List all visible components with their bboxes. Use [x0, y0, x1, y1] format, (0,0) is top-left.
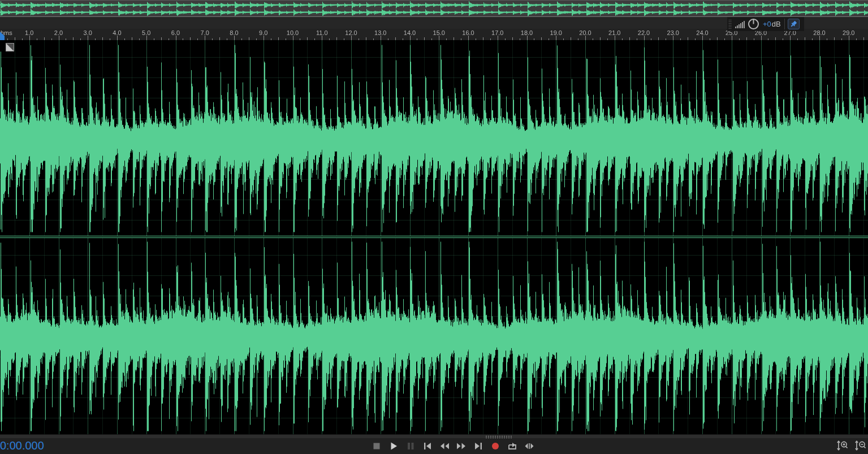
waveform-display-canvas[interactable] — [0, 40, 868, 434]
panel-splitter[interactable] — [0, 434, 868, 438]
ruler-label: 24.0 — [696, 29, 708, 36]
ruler-label: 9.0 — [259, 29, 267, 36]
ruler-label: 7.0 — [201, 29, 209, 36]
loop-icon — [507, 440, 518, 452]
volume-knob-icon[interactable] — [748, 18, 759, 30]
ruler-label: 14.0 — [404, 29, 416, 36]
play-icon — [388, 440, 399, 452]
pause-button — [404, 440, 417, 452]
pause-icon — [405, 440, 416, 452]
skip-selection-icon — [524, 440, 535, 452]
level-meter-icon — [735, 20, 745, 28]
skip-start-icon — [422, 440, 433, 452]
hud-pin-button[interactable] — [788, 19, 800, 29]
ruler-label: 18.0 — [521, 29, 533, 36]
zoom-in-vertical-icon — [836, 444, 850, 453]
rewind-icon — [439, 440, 450, 452]
ruler-label: 22.0 — [638, 29, 650, 36]
stop-button[interactable] — [370, 440, 383, 452]
skip-to-end-button[interactable] — [472, 440, 485, 452]
ruler-label: 21.0 — [608, 29, 620, 36]
hud-separator — [784, 19, 785, 29]
ruler-label: 12.0 — [345, 29, 357, 36]
ruler-label: 4.0 — [113, 29, 121, 36]
ruler-label: 19.0 — [550, 29, 562, 36]
rewind-button[interactable] — [438, 440, 451, 452]
hud-drag-handle-icon[interactable] — [728, 19, 732, 29]
zoom-out-vertical-icon — [854, 444, 868, 453]
ruler-label: 11.0 — [316, 29, 328, 36]
ruler-label: 5.0 — [142, 29, 150, 36]
waveform-editor[interactable] — [0, 40, 868, 434]
skip-selection-button[interactable] — [523, 440, 536, 452]
stop-icon — [371, 440, 382, 452]
fast-forward-button[interactable] — [455, 440, 468, 452]
ruler-label: 15.0 — [433, 29, 445, 36]
ruler-label: 20.0 — [579, 29, 591, 36]
hud-panel: +0 dB — [727, 17, 804, 31]
zoom-out-amplitude-button[interactable] — [854, 440, 868, 452]
fast-forward-icon — [456, 440, 467, 452]
overview-waveform-canvas[interactable] — [0, 1, 868, 16]
transport-buttons — [370, 438, 536, 454]
ruler-label: 10.0 — [287, 29, 299, 36]
corner-resize-handle-icon[interactable] — [6, 43, 14, 51]
current-time-display[interactable]: 0:00.000 — [0, 439, 44, 452]
ruler-label: 3.0 — [84, 29, 92, 36]
zoom-in-amplitude-button[interactable] — [836, 440, 850, 452]
gain-value[interactable]: +0 — [763, 20, 771, 28]
ruler-label: 17.0 — [491, 29, 503, 36]
ruler-label: 1.0 — [25, 29, 33, 36]
skip-end-icon — [473, 440, 484, 452]
overview-waveform-strip[interactable] — [0, 0, 868, 17]
ruler-label: 6.0 — [171, 29, 180, 36]
ruler-label: 16.0 — [462, 29, 474, 36]
loop-playback-button[interactable] — [506, 440, 519, 452]
gain-unit-label: dB — [772, 20, 781, 28]
record-icon — [490, 440, 501, 452]
skip-to-start-button[interactable] — [421, 440, 434, 452]
ruler-label: 28.0 — [813, 29, 825, 36]
ruler-label: 2.0 — [54, 29, 63, 36]
ruler-label: 13.0 — [374, 29, 386, 36]
ruler-label: 29.0 — [843, 29, 854, 36]
record-button[interactable] — [489, 440, 502, 452]
ruler-label: 23.0 — [667, 29, 679, 36]
play-button[interactable] — [387, 440, 400, 452]
ruler-label: 8.0 — [230, 29, 238, 36]
transport-bar: 0:00.000 — [0, 438, 868, 454]
